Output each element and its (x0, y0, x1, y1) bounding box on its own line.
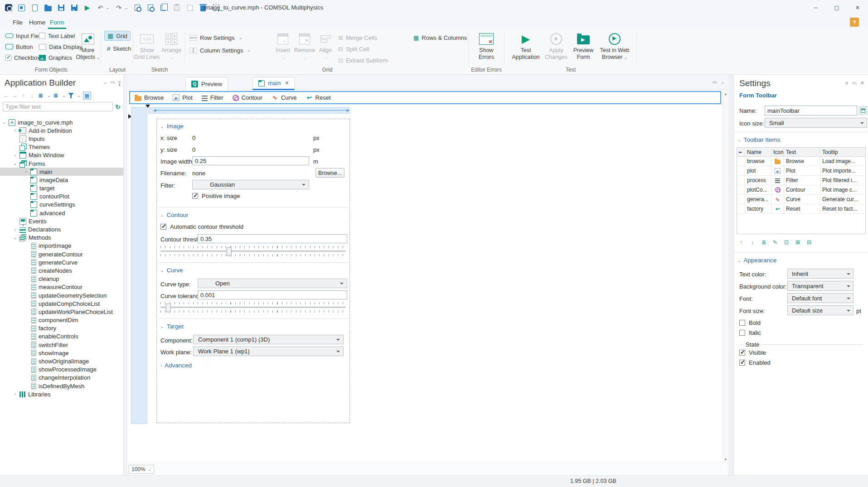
italic-checkbox[interactable]: Italic (739, 329, 761, 336)
scroll-up-icon[interactable]: ▲ (724, 92, 727, 96)
tree-item-measurecontour[interactable]: measureContour (0, 283, 123, 291)
settings-close-icon[interactable]: ✕ (860, 80, 864, 86)
application-builder-icon[interactable] (18, 4, 25, 12)
close-tab-icon[interactable]: ✕ (285, 80, 289, 86)
tree-item-themes[interactable]: Themes (0, 143, 123, 151)
filter-tree-caret-icon[interactable]: ⌄ (78, 93, 81, 98)
checkbox-object-button[interactable]: Checkbox (5, 53, 40, 63)
tree-item-target[interactable]: target (0, 184, 123, 193)
tree-item-inputs[interactable]: Inputs (0, 135, 123, 143)
tree-item-forms[interactable]: ⌄Forms (0, 159, 123, 168)
browse-toolbar-button[interactable]: Browse (135, 94, 164, 101)
tree-item-updateworkplanechoicelist[interactable]: updateWorkPlaneChoiceList (0, 308, 123, 316)
curve-tolerance-input[interactable] (198, 290, 347, 299)
open-file-icon[interactable] (44, 4, 52, 12)
form-grid-cell[interactable]: ⌄Image x: size 0 px y: size 0 px Image w… (156, 119, 350, 423)
save-icon[interactable] (57, 4, 65, 12)
section-image[interactable]: ⌄Image (160, 123, 184, 130)
collapse-levels-caret-icon[interactable]: ⌄ (63, 93, 66, 98)
move-up-icon[interactable]: ↑ (20, 92, 27, 100)
image-width-input[interactable] (192, 156, 309, 165)
section-advanced[interactable]: ›Advanced (160, 362, 192, 369)
collapse-levels-icon[interactable]: ≣ (53, 92, 59, 100)
canvas-scrollbar[interactable]: ▲ ▼ (723, 91, 728, 463)
tab-main[interactable]: main ✕ (252, 77, 295, 90)
contour-threshold-input[interactable] (198, 234, 347, 243)
expand-levels-caret-icon[interactable]: ⌄ (47, 93, 51, 98)
undo-icon[interactable]: ↶ (97, 4, 104, 12)
move-down-button[interactable]: ↓ (749, 239, 756, 246)
icon-size-select[interactable]: Small (765, 118, 867, 128)
move-down-icon[interactable]: ↓ (29, 92, 35, 100)
test-in-web-browser-button[interactable]: Test in WebBrowser⌄ (596, 31, 634, 61)
tab-form[interactable]: Form (48, 15, 66, 29)
show-errors-button[interactable]: ShowErrors (469, 31, 504, 61)
column-settings-button[interactable]: Column Settings⌄ (189, 45, 251, 55)
add-item-button[interactable]: ≣ (760, 239, 767, 246)
toolbar-items-table[interactable]: ▸▸ Name Icon Text Tooltip browse BrowseL… (737, 147, 866, 234)
plot-toolbar-button[interactable]: Plot (173, 94, 192, 101)
slider-thumb[interactable] (227, 247, 232, 256)
copy-icon[interactable] (160, 4, 167, 12)
help-button[interactable]: ? (850, 18, 859, 27)
section-appearance[interactable]: ⌄Appearance (737, 257, 776, 264)
positive-image-checkbox[interactable]: Positive image (192, 193, 240, 199)
grid-column-strip[interactable] (131, 107, 147, 424)
tree-item-showimage[interactable]: showImage (0, 349, 123, 357)
section-toolbar-items[interactable]: ⌄Toolbar Items (737, 136, 781, 143)
tree-item-generatecurve[interactable]: generateCurve (0, 258, 123, 266)
input-field-button[interactable]: Input Field (5, 31, 44, 41)
edit-item-button[interactable]: ✎ (771, 239, 779, 246)
expand-levels-icon[interactable]: ≣ (37, 92, 44, 100)
curve-tolerance-slider[interactable] (158, 302, 348, 315)
tree-item-libraries[interactable]: ›Libraries (0, 390, 123, 398)
tab-preview[interactable]: Preview (185, 77, 228, 90)
edit-name-button[interactable] (859, 106, 867, 115)
tree-item-changeinterpolation[interactable]: changeInterpolation (0, 374, 123, 382)
tree-item-showoriginalimage[interactable]: showOriginalImage (0, 357, 123, 365)
form-canvas[interactable]: ◀ ▶ ⌄Image x: size 0 px y: size 0 px Ima… (127, 104, 723, 463)
tree-item-advanced[interactable]: advanced (0, 209, 123, 217)
table-row-factory[interactable]: factory ResetReset to fact... (737, 204, 865, 214)
browse-file-button[interactable]: Browse... (315, 168, 344, 178)
more-objects-button[interactable]: MoreObjects⌄ (75, 31, 101, 61)
table-row-process[interactable]: process FilterPlot filtered i... (737, 176, 865, 185)
tree-item-main-window[interactable]: ›Main Window (0, 151, 123, 159)
grid-mode-button[interactable]: ▦Grid (104, 31, 131, 41)
section-contour[interactable]: ⌄Contour (160, 212, 189, 218)
curve-type-select[interactable]: Open (198, 279, 347, 288)
tree-item-imagedata[interactable]: imageData (0, 176, 123, 184)
font-size-select[interactable]: Default size (787, 305, 853, 315)
tree-item-updatecompchoicelist[interactable]: updateCompChoiceList (0, 299, 123, 308)
find-in-form-icon[interactable] (146, 4, 154, 12)
enabled-checkbox[interactable]: Enabled (739, 359, 771, 366)
work-plane-select[interactable]: Work Plane 1 (wp1) (193, 347, 344, 356)
editor-tools-toggle-icon[interactable]: ▦ (83, 92, 91, 100)
panel-splitter-left[interactable] (124, 75, 127, 475)
tree-item-enablecontrols[interactable]: enableControls (0, 333, 123, 341)
run-application-icon[interactable]: ▶ (83, 4, 91, 12)
background-color-select[interactable]: Transparent (787, 281, 853, 291)
component-select[interactable]: Component 1 (comp1) (3D) (193, 335, 344, 344)
tree-item-root[interactable]: ⌄image_to_curve.mph (0, 118, 123, 126)
slider-thumb[interactable] (166, 304, 171, 312)
scroll-down-icon[interactable]: ▼ (724, 458, 727, 462)
tree-item-cleanup[interactable]: cleanup (0, 275, 123, 283)
panel-splitter-right[interactable] (728, 75, 733, 475)
maximize-button[interactable]: ▢ (826, 0, 847, 15)
tree-item-main[interactable]: ›main (0, 168, 123, 176)
tree-item-createnodes[interactable]: createNodes (0, 266, 123, 275)
settings-menu-icon[interactable]: ≡ (845, 80, 848, 86)
editor-float-icon[interactable]: ▭ (712, 79, 717, 85)
contour-threshold-slider[interactable] (158, 246, 348, 259)
panel-pin-icon[interactable] (118, 81, 121, 83)
grid-row-strip[interactable]: ◀ ▶ (148, 107, 350, 114)
filter-toolbar-button[interactable]: Filter (202, 94, 223, 101)
tree-item-contourplot[interactable]: contourPlot (0, 193, 123, 201)
test-application-button[interactable]: ▶ TestApplication (509, 31, 543, 61)
tree-item-updategeometryselection[interactable]: updateGeometrySelection (0, 291, 123, 299)
tree-filter-input[interactable] (3, 102, 113, 111)
forward-icon[interactable]: → (11, 92, 18, 100)
panel-float-icon[interactable]: ▭ (111, 79, 115, 85)
tree-item-switchfilter[interactable]: switchFilter (0, 341, 123, 349)
